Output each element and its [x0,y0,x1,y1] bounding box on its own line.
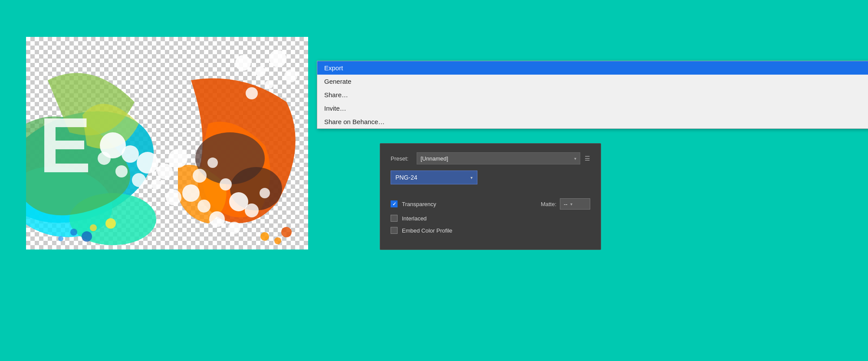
svg-point-8 [137,152,158,174]
transparency-label: Transparency [402,201,436,207]
svg-point-37 [260,232,269,241]
preset-chevron-icon: ▾ [574,156,576,161]
format-dropdown[interactable]: PNG-24 ▾ [391,171,477,184]
format-chevron-icon: ▾ [470,175,473,180]
menu-item-share[interactable]: Share… [317,88,868,102]
svg-point-10 [168,149,187,168]
interlaced-checkbox[interactable] [391,215,398,222]
svg-point-38 [274,237,281,244]
embed-color-checkbox[interactable] [391,227,398,234]
interlaced-row: Interlaced [391,215,590,222]
embed-color-label: Embed Color Profile [402,227,452,234]
canvas-area: E [26,37,308,249]
menu-item-share-behance[interactable]: Share on Behance… [317,115,868,128]
svg-point-15 [197,200,210,213]
svg-point-23 [209,211,225,227]
matte-group: Matte: -- ▾ [541,198,590,210]
preset-value: [Unnamed] [421,155,448,162]
svg-point-9 [157,164,173,179]
matte-value: -- [564,201,568,207]
transparency-group: Transparency [391,200,436,207]
format-value: PNG-24 [395,174,418,181]
svg-point-21 [245,203,259,217]
svg-point-30 [269,50,286,67]
menu-item-invite[interactable]: Invite… [317,102,868,115]
svg-point-14 [182,184,200,202]
svg-point-35 [70,229,77,236]
preset-row: Preset: [Unnamed] ▾ ☰ [391,152,590,164]
matte-label: Matte: [541,201,556,207]
svg-point-33 [246,87,258,99]
embed-color-row: Embed Color Profile [391,227,590,234]
svg-point-16 [166,190,181,205]
svg-point-29 [255,66,266,77]
svg-point-26 [90,224,97,231]
transparency-checkbox[interactable] [391,200,398,207]
preset-menu-icon[interactable]: ☰ [585,155,590,162]
svg-point-28 [235,55,251,71]
export-panel: Preset: [Unnamed] ▾ ☰ PNG-24 ▾ Transpare… [380,143,601,250]
svg-point-32 [265,80,273,89]
svg-point-39 [281,227,292,237]
interlaced-label: Interlaced [402,215,427,222]
svg-point-6 [122,145,139,163]
canvas-letter: E [39,106,91,184]
svg-point-13 [220,178,232,190]
svg-point-22 [260,188,270,198]
embed-color-group: Embed Color Profile [391,227,452,234]
svg-point-25 [105,218,116,229]
svg-point-34 [82,231,92,242]
svg-point-19 [115,165,128,177]
interlaced-group: Interlaced [391,215,427,222]
svg-point-12 [207,158,218,168]
svg-point-18 [132,173,146,187]
svg-point-7 [98,152,111,165]
preset-icons: ☰ [585,155,590,162]
format-row: PNG-24 ▾ [391,171,590,191]
svg-point-24 [228,222,240,234]
matte-dropdown[interactable]: -- ▾ [560,198,590,210]
preset-label: Preset: [391,155,412,162]
context-menu: Export ▶ Quick Export as PNG Export As… … [317,61,868,129]
svg-point-31 [284,69,297,82]
matte-chevron-icon: ▾ [570,202,572,207]
svg-point-11 [193,169,207,183]
menu-item-export[interactable]: Export ▶ Quick Export as PNG Export As… … [317,61,868,75]
svg-point-17 [151,179,161,190]
preset-dropdown[interactable]: [Unnamed] ▾ [417,152,580,164]
transparency-row: Transparency Matte: -- ▾ [391,198,590,210]
menu-item-generate[interactable]: Generate ▶ [317,75,868,88]
svg-point-36 [58,236,63,241]
